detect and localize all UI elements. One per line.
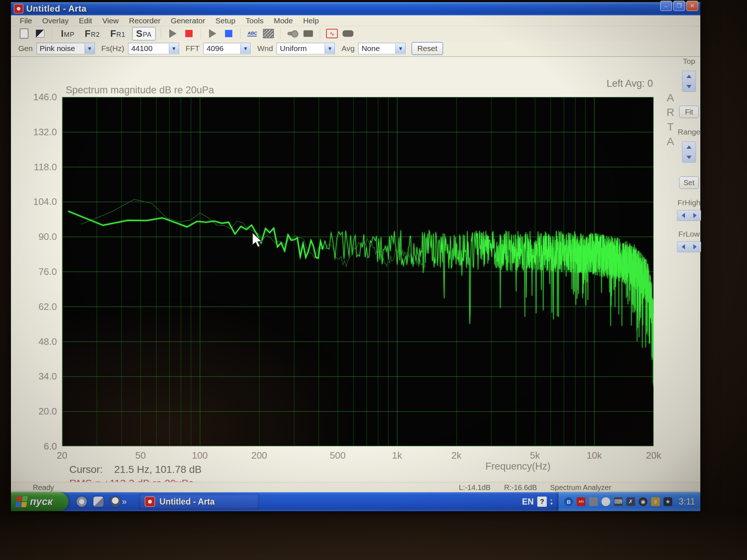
spectrum-plot[interactable] (62, 97, 654, 446)
hatch-display-icon[interactable] (263, 28, 274, 39)
nero-disc-icon[interactable]: ◔ (601, 497, 610, 506)
menu-item-setup[interactable]: Setup (210, 16, 240, 25)
start-button[interactable]: пуск (11, 492, 69, 511)
x-tick-label: 50 (119, 450, 162, 461)
generator-play-icon[interactable] (207, 28, 218, 39)
set-button[interactable]: Set (679, 176, 699, 189)
record-play-icon[interactable] (167, 28, 179, 39)
arrow-right-icon[interactable] (693, 244, 697, 249)
mouse-cursor (251, 232, 264, 251)
chevron-down-icon: ▼ (325, 43, 334, 54)
x-tick-label: 20 (40, 450, 84, 461)
y-tick-label: 62.0 (14, 301, 57, 312)
fft-size-dropdown[interactable]: 4096 ▼ (203, 43, 251, 54)
menu-item-edit[interactable]: Edit (74, 16, 97, 25)
axis-label-icon[interactable]: ABC (247, 28, 258, 39)
mode-button-fr1[interactable]: FR1 (107, 27, 129, 40)
usb-device-icon[interactable] (589, 497, 598, 506)
star-utility-icon[interactable]: ★ (663, 497, 672, 506)
dark-rounded-icon[interactable] (342, 28, 354, 39)
range-label: Range (678, 128, 700, 136)
dark-rect-icon[interactable] (302, 28, 314, 39)
mode-button-fr2[interactable]: FR2 (81, 27, 104, 40)
x-tick-label: 1k (375, 450, 419, 461)
app-icon (14, 4, 23, 13)
volume-icon[interactable]: )) (651, 497, 660, 506)
generator-type-value: Pink noise (40, 44, 75, 53)
minimize-button[interactable]: – (660, 1, 672, 11)
menu-item-mode[interactable]: Mode (268, 16, 298, 25)
menu-item-file[interactable]: File (15, 16, 37, 25)
gen-label: Gen (18, 44, 33, 53)
frlow-spinner[interactable] (677, 241, 701, 252)
network-error-icon[interactable]: ✗ (626, 497, 635, 506)
generator-type-dropdown[interactable]: Pink noise ▼ (36, 43, 95, 54)
arrow-up-icon[interactable] (686, 75, 692, 78)
signal-wave-icon[interactable]: ∿ (326, 28, 338, 39)
status-ready: Ready (33, 483, 54, 492)
new-file-icon[interactable] (18, 28, 30, 39)
language-indicator[interactable]: EN (522, 497, 534, 507)
opera-browser-icon[interactable] (77, 497, 87, 507)
sample-rate-dropdown[interactable]: 44100 ▼ (128, 43, 179, 54)
arta-brand-vertical: A R T A (663, 90, 678, 149)
fit-button[interactable]: Fit (679, 106, 699, 118)
client-area: Spectrum magnitude dB re 20uPa Left Avg:… (11, 57, 700, 482)
maximize-button[interactable]: ❐ (673, 1, 685, 11)
y-tick-label: 48.0 (14, 336, 57, 347)
color-scheme-icon[interactable] (34, 28, 46, 39)
ati-graphics-icon[interactable]: ATI (577, 497, 585, 506)
status-mode: Spectrum Analyzer (550, 483, 611, 492)
frlow-label: FrLow (678, 230, 700, 238)
menu-item-help[interactable]: Help (298, 16, 324, 25)
arrow-left-icon[interactable] (682, 213, 685, 218)
x-tick-label: 10k (572, 450, 616, 461)
mode-button-imp[interactable]: IMP (57, 27, 78, 40)
language-options-icon[interactable]: ▪▾ (550, 498, 553, 505)
fox-head-icon[interactable] (110, 497, 120, 507)
quill-app-icon[interactable] (93, 497, 104, 507)
task-button-arta[interactable]: Untitled - Arta (139, 494, 259, 510)
y-tick-label: 90.0 (14, 231, 57, 242)
menu-item-view[interactable]: View (97, 16, 124, 25)
generator-stop-icon[interactable] (223, 28, 235, 39)
channel-average-readout: Left Avg: 0 (543, 78, 653, 89)
daemon-tools-icon[interactable]: ◉ (639, 497, 647, 506)
mode-button-spa[interactable]: SPA (132, 27, 156, 40)
top-spinner[interactable] (682, 71, 696, 92)
arrow-up-icon[interactable] (686, 145, 692, 149)
keyboard-icon[interactable]: ⌨ (614, 497, 623, 506)
record-stop-icon[interactable] (183, 28, 195, 39)
calibrate-mic-icon[interactable] (286, 28, 298, 39)
quicklaunch-overflow-chevron[interactable]: » (122, 497, 127, 507)
status-level-right: R:-16.6dB (504, 483, 537, 492)
menu-item-generator[interactable]: Generator (166, 16, 210, 25)
status-level-left: L:-14.1dB (459, 483, 491, 492)
frhigh-spinner[interactable] (677, 210, 701, 221)
menu-bar: FileOverlayEditViewRecorderGeneratorSetu… (11, 15, 700, 26)
reset-button[interactable]: Reset (411, 42, 443, 55)
window-function-dropdown[interactable]: Uniform ▼ (276, 43, 335, 54)
y-tick-label: 146.0 (14, 92, 57, 103)
x-tick-label: 2k (434, 450, 478, 461)
arrow-down-icon[interactable] (686, 85, 692, 88)
y-tick-label: 104.0 (14, 196, 57, 207)
window-title: Untitled - Arta (26, 4, 86, 14)
menu-item-recorder[interactable]: Recorder (124, 16, 166, 25)
language-help-icon[interactable]: ? (537, 497, 547, 507)
x-axis-label: Frequency(Hz) (441, 461, 595, 472)
bluetooth-icon[interactable]: B (564, 497, 573, 506)
fs-label: Fs(Hz) (101, 44, 124, 53)
close-button[interactable]: ✕ (686, 1, 698, 11)
scale-side-panel: Top Fit Range Set FrHigh FrLow (678, 57, 700, 312)
menu-item-tools[interactable]: Tools (240, 16, 268, 25)
frhigh-label: FrHigh (678, 198, 701, 207)
arrow-left-icon[interactable] (682, 244, 685, 249)
arrow-down-icon[interactable] (686, 156, 692, 159)
menu-item-overlay[interactable]: Overlay (37, 16, 74, 25)
arrow-right-icon[interactable] (693, 213, 697, 218)
x-tick-label: 200 (237, 450, 281, 461)
chevron-down-icon: ▼ (240, 43, 250, 54)
range-spinner[interactable] (682, 141, 696, 163)
averaging-dropdown[interactable]: None ▼ (358, 43, 406, 54)
